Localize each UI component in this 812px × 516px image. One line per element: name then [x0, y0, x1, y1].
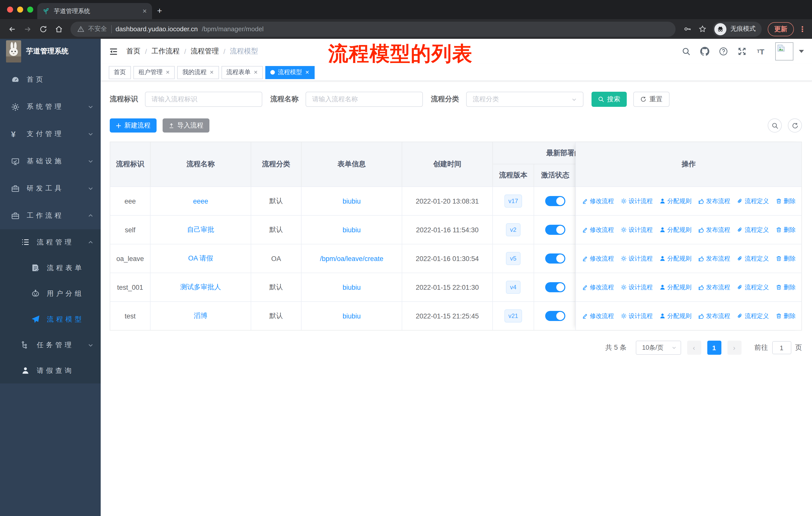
sidebar-fold-icon[interactable] — [109, 47, 118, 56]
action-delete[interactable]: 删除 — [776, 225, 795, 234]
breadcrumb-home[interactable]: 首页 — [126, 47, 141, 56]
caret-down-icon[interactable] — [799, 50, 804, 53]
home-icon[interactable] — [52, 22, 65, 36]
action-publish[interactable]: 发布流程 — [698, 197, 730, 205]
tag-tenant[interactable]: 租户管理✕ — [134, 66, 175, 79]
goto-page-input[interactable]: 1 — [772, 341, 791, 354]
category-select[interactable]: 流程分类 — [466, 92, 583, 107]
action-definition[interactable]: 流程定义 — [737, 225, 769, 234]
action-design[interactable]: 设计流程 — [620, 254, 653, 263]
breadcrumb-workflow[interactable]: 工作流程 — [151, 47, 180, 56]
sidebar-item-workflow[interactable]: 工作流程 — [0, 202, 101, 229]
action-publish[interactable]: 发布流程 — [698, 225, 730, 234]
tag-home[interactable]: 首页 — [109, 66, 131, 79]
security-label[interactable]: 不安全 — [88, 25, 107, 33]
forward-icon[interactable] — [21, 22, 34, 36]
sidebar-item-infrastructure[interactable]: 基础设施 — [0, 147, 101, 175]
search-icon[interactable] — [681, 46, 691, 56]
browser-menu-icon[interactable]: ⋮ — [798, 24, 807, 33]
back-icon[interactable] — [5, 22, 19, 36]
new-tab-button[interactable]: + — [152, 3, 167, 19]
sidebar-item-process-management[interactable]: 流程管理 — [0, 229, 101, 255]
action-design[interactable]: 设计流程 — [620, 283, 653, 292]
toggle-search-button[interactable] — [768, 118, 782, 133]
process-name-link[interactable]: OA 请假 — [188, 254, 213, 263]
fullscreen-icon[interactable] — [737, 46, 747, 56]
active-toggle[interactable] — [545, 253, 565, 264]
process-name-link[interactable]: 测试多审批人 — [180, 283, 221, 292]
active-toggle[interactable] — [545, 225, 565, 235]
window-controls[interactable] — [7, 6, 33, 12]
help-icon[interactable] — [718, 46, 728, 56]
sidebar-item-leave-query[interactable]: 请假查询 — [0, 358, 101, 383]
action-definition[interactable]: 流程定义 — [737, 254, 769, 263]
breadcrumb-process-management[interactable]: 流程管理 — [191, 47, 219, 56]
action-publish[interactable]: 发布流程 — [698, 283, 730, 292]
process-key-input[interactable]: 请输入流程标识 — [145, 92, 262, 107]
action-assign[interactable]: 分配规则 — [659, 197, 691, 205]
action-design[interactable]: 设计流程 — [620, 225, 653, 234]
close-window-button[interactable] — [7, 6, 13, 12]
process-name-link[interactable]: 自己审批 — [187, 225, 214, 234]
reload-icon[interactable] — [36, 22, 50, 36]
font-size-icon[interactable]: TT — [756, 46, 766, 56]
bookmark-star-icon[interactable] — [696, 22, 709, 35]
action-edit[interactable]: 修改流程 — [582, 197, 614, 205]
tag-process-model[interactable]: 流程模型✕ — [265, 66, 314, 79]
action-delete[interactable]: 删除 — [776, 254, 795, 263]
close-icon[interactable]: ✕ — [210, 70, 214, 75]
tab-close-icon[interactable]: ✕ — [142, 8, 147, 15]
maximize-window-button[interactable] — [27, 6, 33, 12]
close-icon[interactable]: ✕ — [305, 70, 309, 75]
action-publish[interactable]: 发布流程 — [698, 254, 730, 263]
active-toggle[interactable] — [545, 282, 565, 292]
page-number-button[interactable]: 1 — [707, 341, 721, 355]
password-key-icon[interactable] — [680, 22, 694, 35]
close-icon[interactable]: ✕ — [254, 70, 258, 75]
sidebar-item-process-form[interactable]: 流程表单 — [0, 255, 101, 281]
address-bar[interactable]: 不安全 dashboard.yudao.iocoder.cn /bpm/mana… — [70, 21, 675, 36]
action-delete[interactable]: 删除 — [776, 312, 795, 320]
action-edit[interactable]: 修改流程 — [582, 225, 614, 234]
action-assign[interactable]: 分配规则 — [659, 225, 691, 234]
tag-my-process[interactable]: 我的流程✕ — [177, 66, 219, 79]
action-edit[interactable]: 修改流程 — [582, 283, 614, 292]
process-name-link[interactable]: eeee — [193, 197, 208, 205]
form-link[interactable]: /bpm/oa/leave/create — [320, 255, 383, 262]
minimize-window-button[interactable] — [17, 6, 23, 12]
form-link[interactable]: biubiu — [343, 283, 361, 291]
sidebar-item-user-group[interactable]: 用户分组 — [0, 281, 101, 306]
next-page-button[interactable]: › — [727, 341, 741, 355]
action-edit[interactable]: 修改流程 — [582, 312, 614, 320]
tag-process-form[interactable]: 流程表单✕ — [222, 66, 263, 79]
reset-button[interactable]: 重置 — [633, 92, 670, 107]
process-name-input[interactable]: 请输入流程名称 — [306, 92, 423, 107]
import-process-button[interactable]: 导入流程 — [163, 118, 209, 133]
form-link[interactable]: biubiu — [343, 226, 361, 234]
create-process-button[interactable]: 新建流程 — [110, 118, 156, 133]
form-link[interactable]: biubiu — [343, 197, 361, 205]
active-toggle[interactable] — [545, 196, 565, 206]
search-button[interactable]: 搜索 — [591, 92, 627, 107]
action-assign[interactable]: 分配规则 — [659, 283, 691, 292]
avatar[interactable] — [775, 42, 793, 60]
sidebar-item-system[interactable]: 系统管理 — [0, 93, 101, 120]
action-assign[interactable]: 分配规则 — [659, 254, 691, 263]
sidebar-item-process-model[interactable]: 流程模型 — [0, 306, 101, 332]
sidebar-item-devtools[interactable]: 研发工具 — [0, 175, 101, 202]
action-definition[interactable]: 流程定义 — [737, 312, 769, 320]
close-icon[interactable]: ✕ — [166, 70, 170, 75]
process-name-link[interactable]: 滔博 — [194, 311, 207, 321]
browser-tab[interactable]: 芋道管理系统 ✕ — [37, 3, 152, 19]
page-size-select[interactable]: 10条/页 — [636, 341, 681, 355]
action-edit[interactable]: 修改流程 — [582, 254, 614, 263]
action-delete[interactable]: 删除 — [776, 283, 795, 292]
action-assign[interactable]: 分配规则 — [659, 312, 691, 320]
active-toggle[interactable] — [545, 311, 565, 321]
form-link[interactable]: biubiu — [343, 312, 361, 320]
action-design[interactable]: 设计流程 — [620, 197, 653, 205]
sidebar-item-payment[interactable]: ¥ 支付管理 — [0, 120, 101, 147]
action-definition[interactable]: 流程定义 — [737, 283, 769, 292]
action-design[interactable]: 设计流程 — [620, 312, 653, 320]
action-delete[interactable]: 删除 — [776, 197, 795, 205]
